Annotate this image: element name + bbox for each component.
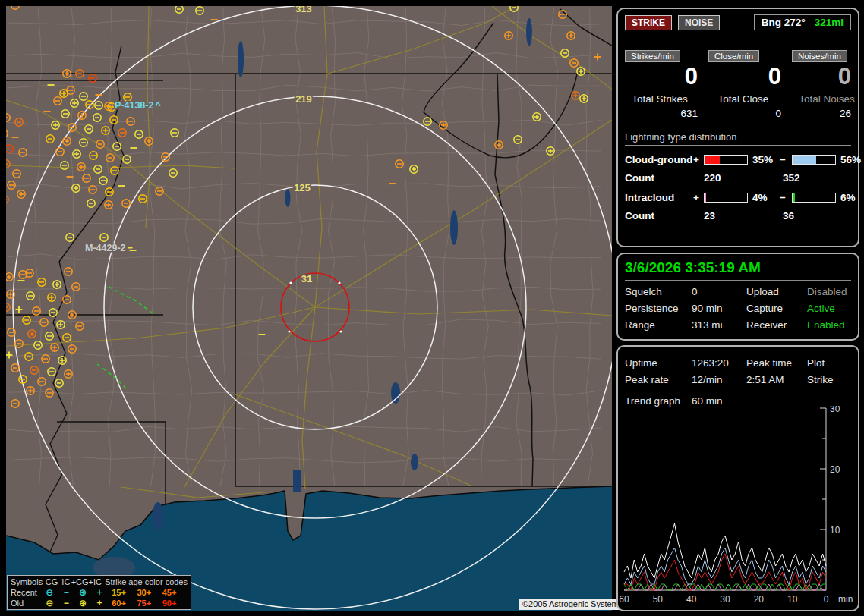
receiver-label: Receiver (746, 319, 807, 331)
rate-value: 0 (708, 63, 792, 90)
svg-text:50: 50 (653, 594, 664, 605)
persistence-row: Persistence 90 min Capture Active (625, 303, 851, 314)
uptime-value: 1263:20 (692, 357, 746, 369)
capture-label: Capture (746, 303, 807, 314)
legend-glyph-2: ⊕ (74, 598, 91, 608)
rate-button[interactable]: Close/min (708, 50, 759, 62)
rate-value: 0 (792, 63, 862, 90)
peak-rate-label: Peak rate (625, 374, 692, 385)
range-row: Range 313 mi Receiver Enabled (625, 319, 851, 331)
cg-negative-bar (792, 155, 836, 165)
squelch-value: 0 (692, 286, 746, 297)
intracloud-label: Intracloud (625, 192, 693, 203)
legend-col--cg: -CG (43, 577, 58, 587)
plus-sign: + (693, 154, 704, 165)
ic-negative-bar (792, 193, 836, 203)
legend-header-row: Symbols -CG -IC +CG +IC Strike age color… (11, 577, 188, 587)
svg-text:min: min (838, 594, 853, 605)
rate-button[interactable]: Noises/min (792, 50, 847, 62)
svg-text:219: 219 (295, 93, 312, 105)
svg-text:30: 30 (830, 406, 840, 414)
peak-rate-row: Peak rate 12/min 2:51 AM Strike (625, 374, 851, 385)
age-code: 15+ (112, 587, 137, 598)
rate-button[interactable]: Strikes/min (625, 50, 680, 62)
legend-glyph-3: + (91, 598, 108, 608)
intracloud-count-row: Count 23 36 (625, 210, 851, 222)
cg-positive-count: 220 (704, 172, 783, 184)
legend-glyph-1: − (58, 598, 74, 608)
upload-status: Disabled (807, 286, 851, 297)
squelch-label: Squelch (625, 286, 692, 297)
range-label: Range (625, 319, 692, 331)
legend-symbols-label: Symbols (11, 577, 43, 587)
plot-label: Plot (807, 357, 851, 369)
bearing-readout: Bng 272°321mi (754, 14, 851, 30)
peak-rate-value: 12/min (692, 374, 746, 385)
cg-positive-bar (704, 155, 748, 165)
minus-sign: − (780, 154, 792, 165)
ic-positive-pct: 4% (748, 192, 780, 203)
age-code: 45+ (162, 587, 188, 598)
age-code: 75+ (137, 598, 162, 608)
total-value: 0 (708, 108, 792, 119)
trend-graph: 1020306050403020100min (619, 406, 859, 608)
total-label: Total Noises (792, 93, 862, 105)
trend-series-total (624, 523, 826, 578)
svg-text:10: 10 (830, 525, 840, 536)
trend-graph-label: Trend graph (625, 395, 692, 407)
legend-col--ic: -IC (58, 577, 71, 587)
svg-text:40: 40 (686, 594, 697, 605)
legend-glyph-1: − (58, 587, 74, 598)
count-label: Count (625, 210, 704, 222)
svg-text:313: 313 (295, 6, 312, 14)
svg-text:10: 10 (787, 594, 798, 605)
uptime-row: Uptime 1263:20 Peak time Plot (625, 357, 851, 369)
range-value: 313 mi (692, 319, 746, 331)
lightning-map[interactable]: 31321912531 P-4138-2^M-4429-2− (6, 6, 612, 611)
trend-graph-row: Trend graph 60 min (625, 395, 851, 407)
rate-value: 0 (625, 63, 708, 90)
datetime-display: 3/6/2026 3:35:19 AM (625, 259, 851, 281)
age-code: 30+ (137, 587, 162, 598)
plot-mode-value: Strike (807, 374, 851, 385)
strike-counter-panel: STRIKE NOISE Bng 272°321mi Strikes/min0T… (616, 8, 859, 247)
capture-status: Active (807, 303, 851, 314)
cg-positive-pct: 35% (748, 154, 780, 165)
cloud-ground-row: Cloud-ground + 35% − 56% (625, 154, 851, 165)
distribution-title: Lightning type distribution (625, 131, 851, 146)
bearing-distance: 321mi (815, 17, 844, 28)
svg-text:31: 31 (301, 273, 312, 284)
svg-text:M-4429-2−: M-4429-2− (85, 243, 133, 253)
status-panel: 3/6/2026 3:35:19 AM Squelch 0 Upload Dis… (616, 253, 859, 341)
counter-close-min: Close/min0Total Close0 (708, 49, 792, 119)
count-label: Count (625, 172, 704, 184)
svg-text:125: 125 (294, 182, 311, 193)
cg-negative-pct: 56% (836, 154, 861, 165)
cloud-ground-label: Cloud-ground (625, 154, 693, 165)
svg-text:60: 60 (619, 594, 629, 605)
upload-label: Upload (746, 286, 807, 297)
total-label: Total Close (708, 93, 778, 105)
counter-noises-min: Noises/min0Total Noises26 (792, 49, 862, 119)
age-code: 90+ (162, 598, 188, 608)
legend-col-+ic: +IC (89, 577, 102, 587)
svg-text:20: 20 (830, 464, 840, 475)
total-value: 26 (792, 108, 862, 119)
persistence-label: Persistence (625, 303, 692, 314)
strike-mode-button[interactable]: STRIKE (625, 15, 672, 30)
counter-strikes-min: Strikes/min0Total Strikes631 (625, 49, 708, 119)
persistence-value: 90 min (692, 303, 746, 314)
copyright-label: ©2005 Astrogenic Systems (519, 599, 626, 610)
legend-row-recent: Recent⊖−⊕+15+30+45+ (11, 587, 188, 598)
peak-time-value: 2:51 AM (746, 374, 807, 385)
intracloud-row: Intracloud + 4% − 6% (625, 192, 851, 203)
uptime-label: Uptime (625, 357, 692, 369)
squelch-row: Squelch 0 Upload Disabled (625, 286, 851, 297)
total-value: 631 (625, 108, 708, 119)
symbol-legend: Symbols -CG -IC +CG +IC Strike age color… (7, 575, 191, 610)
noise-mode-button[interactable]: NOISE (678, 15, 720, 30)
svg-text:20: 20 (754, 594, 765, 605)
ic-negative-pct: 6% (836, 192, 856, 203)
ic-positive-count: 23 (704, 210, 783, 222)
app-window: 31321912531 P-4138-2^M-4429-2− Symbols -… (0, 0, 864, 616)
